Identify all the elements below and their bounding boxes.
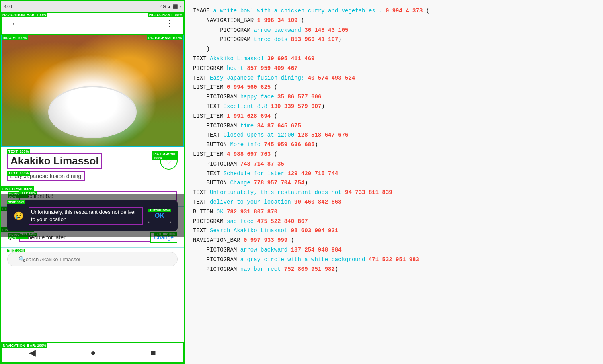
search-bar-container: TEXT: 100% 🔍 — [1, 249, 184, 270]
wifi-icon: ⬛ — [173, 4, 178, 9]
bottom-nav-bar: NAVIGATION_BAR: 100% ◀ ● ■ — [1, 342, 184, 363]
status-left: 4:08 — [4, 4, 12, 9]
list-item-label-1: LIST_ITEM: 100% — [1, 186, 34, 191]
pictogram-label-dots: PICTOGRAM: 100% — [148, 12, 183, 17]
status-bar: 4:08 4G ▲ ⬛ ▪ — [1, 1, 184, 12]
search-text-label: TEXT: 100% — [7, 249, 25, 252]
image-label: IMAGE: 100% — [2, 35, 28, 40]
restaurant-header-section: TEXT: 100% Akakiko Limassol PICTOGRAM: 1… — [1, 147, 184, 270]
status-right: 4G ▲ ⬛ ▪ — [160, 4, 181, 9]
food-image: IMAGE: 100% PICTOGRAM: 100% — [1, 35, 184, 147]
nav-bar-bottom-label: NAVIGATION_BAR: 100% — [2, 343, 47, 348]
dialog-overlay: TEXT: 100% 😢 Unfortunately, this restaur… — [1, 194, 184, 237]
dialog-box: TEXT: 100% 😢 Unfortunately, this restaur… — [7, 200, 178, 231]
text-label-name: TEXT: 100% — [7, 149, 30, 154]
button-label-ok: BUTTON: 100% — [148, 209, 171, 212]
restaurant-name-row: TEXT: 100% Akakiko Limassol PICTOGRAM: 1… — [7, 152, 178, 170]
nav-back-icon: ◀ — [29, 348, 36, 358]
nav-rect-icon: ■ — [151, 348, 156, 358]
signal-icon: 4G — [160, 4, 166, 9]
more-options-button[interactable]: ⋮ — [162, 16, 177, 31]
nav-home-button[interactable]: ● — [90, 348, 96, 358]
restaurant-name: Akakiko Limassol — [7, 153, 102, 169]
dots-icon: ⋮ — [166, 18, 174, 28]
back-button[interactable]: ← — [8, 16, 23, 31]
nav-bar-label: NAVIGATION_BAR: 100% — [1, 12, 47, 17]
dialog-message: Unfortunately, this restaurant does not … — [29, 207, 143, 225]
bowl-overlay — [48, 86, 137, 138]
pictogram-label-heart: PICTOGRAM: 100% — [152, 151, 178, 160]
search-icon: 🔍 — [18, 256, 25, 262]
search-input[interactable] — [7, 252, 178, 266]
text-label-tagline: TEXT: 100% — [7, 171, 30, 176]
status-time: 4:08 — [4, 4, 12, 9]
top-nav-bar: NAVIGATION_BAR: 100% ← ⋮ PICTOGRAM: 100% — [1, 12, 184, 35]
code-view-panel: IMAGE a white bowl with a chicken curry … — [185, 0, 603, 364]
back-icon: ← — [11, 19, 19, 28]
sad-face-icon: 😢 — [14, 211, 24, 221]
signal-bars: ▲ — [168, 4, 172, 9]
battery-icon: ▪ — [179, 4, 181, 9]
pictogram-label-img: PICTOGRAM: 100% — [147, 35, 183, 40]
mobile-app-panel: 4:08 4G ▲ ⬛ ▪ NAVIGATION_BAR: 100% ← ⋮ P… — [0, 0, 185, 364]
restaurant-header: TEXT: 100% Akakiko Limassol PICTOGRAM: 1… — [1, 147, 184, 186]
nav-rect-button[interactable]: ■ — [151, 348, 156, 358]
nav-home-icon: ● — [90, 348, 96, 358]
nav-back-button[interactable]: ◀ — [29, 348, 36, 358]
dialog-text-label: TEXT: 100% — [7, 200, 25, 204]
